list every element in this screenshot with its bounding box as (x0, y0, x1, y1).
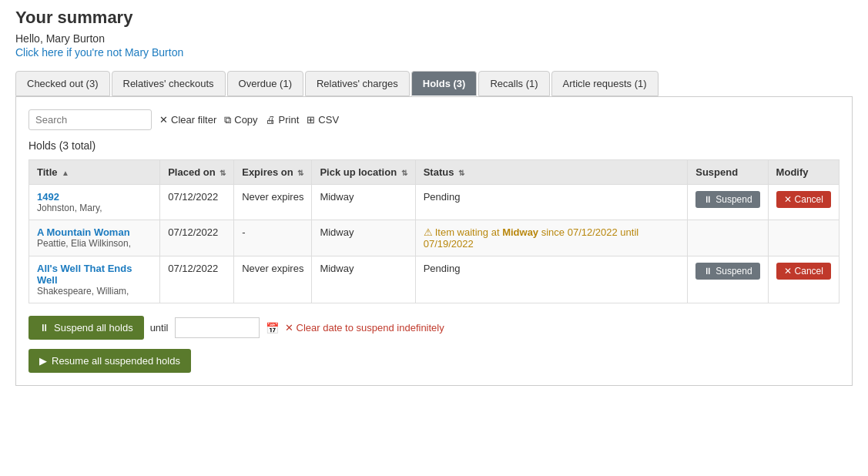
cell-modify: ✕ Cancel (768, 185, 839, 220)
cell-status: ⚠Item waiting at Midway since 07/12/2022… (415, 220, 688, 256)
sort-icon-expires: ⇅ (297, 169, 303, 177)
suspend-all-icon: ⏸ (39, 322, 49, 334)
col-modify: Modify (768, 160, 839, 185)
col-pickup-location: Pick up location ⇅ (312, 160, 415, 185)
bottom-actions: ⏸ Suspend all holds until 📅 ✕ Clear date… (28, 316, 840, 373)
cell-title: All's Well That Ends WellShakespeare, Wi… (29, 256, 160, 303)
col-status: Status ⇅ (415, 160, 688, 185)
cell-expires-on: Never expires (234, 185, 312, 220)
tab-overdue[interactable]: Overdue (1) (227, 71, 303, 96)
page-title: Your summary (15, 8, 853, 28)
suspend-icon: ⏸ (703, 266, 712, 277)
author-text: Peattie, Elia Wilkinson, (37, 238, 152, 249)
calendar-icon: 📅 (266, 322, 279, 334)
table-body: 1492Johnston, Mary,07/12/2022Never expir… (29, 185, 840, 303)
tab-checked-out[interactable]: Checked out (3) (15, 71, 110, 96)
cancel-icon: ✕ (784, 194, 792, 205)
suspend-all-button[interactable]: ⏸ Suspend all holds (28, 316, 144, 340)
col-suspend: Suspend (688, 160, 768, 185)
cell-pickup-location: Midway (312, 256, 415, 303)
clear-filter-icon: ✕ (159, 114, 168, 126)
cell-status: Pending (415, 256, 688, 303)
table-row: 1492Johnston, Mary,07/12/2022Never expir… (29, 185, 840, 220)
cell-title: A Mountain WomanPeattie, Elia Wilkinson, (29, 220, 160, 256)
cell-expires-on: Never expires (234, 256, 312, 303)
clear-date-icon: ✕ (285, 322, 293, 334)
cell-suspend (688, 220, 768, 256)
tab-relatives-checkouts[interactable]: Relatives' checkouts (112, 71, 226, 96)
cell-suspend: ⏸ Suspend (688, 256, 768, 303)
copy-icon: ⧉ (224, 114, 231, 126)
print-icon: 🖨 (266, 114, 276, 126)
clear-date-link[interactable]: ✕ Clear date to suspend indefinitely (285, 322, 444, 334)
title-link[interactable]: 1492 (37, 191, 59, 203)
copy-button[interactable]: ⧉ Copy (224, 114, 257, 126)
sort-icon-status: ⇅ (458, 169, 464, 177)
cancel-button[interactable]: ✕ Cancel (776, 263, 831, 280)
cell-pickup-location: Midway (312, 220, 415, 256)
cell-placed-on: 07/12/2022 (160, 220, 234, 256)
cell-suspend: ⏸ Suspend (688, 185, 768, 220)
csv-icon: ⊞ (307, 114, 315, 126)
cell-placed-on: 07/12/2022 (160, 256, 234, 303)
table-row: A Mountain WomanPeattie, Elia Wilkinson,… (29, 220, 840, 256)
cell-placed-on: 07/12/2022 (160, 185, 234, 220)
cancel-button[interactable]: ✕ Cancel (776, 191, 831, 208)
cell-pickup-location: Midway (312, 185, 415, 220)
suspend-icon: ⏸ (703, 194, 712, 205)
cell-status: Pending (415, 185, 688, 220)
toolbar: ✕ Clear filter ⧉ Copy 🖨 Print ⊞ CSV (28, 109, 840, 130)
col-title: Title ▲ (29, 160, 160, 185)
tabs-container: Checked out (3)Relatives' checkoutsOverd… (15, 71, 853, 96)
holds-table: Title ▲ Placed on ⇅ Expires on ⇅ Pick up… (28, 159, 840, 303)
resume-all-row: ▶ Resume all suspended holds (28, 349, 840, 373)
suspend-all-row: ⏸ Suspend all holds until 📅 ✕ Clear date… (28, 316, 840, 340)
cancel-icon: ✕ (784, 266, 792, 277)
suspend-button[interactable]: ⏸ Suspend (695, 263, 759, 280)
suspend-button[interactable]: ⏸ Suspend (695, 191, 759, 208)
tab-holds[interactable]: Holds (3) (411, 71, 478, 96)
table-header-row: Title ▲ Placed on ⇅ Expires on ⇅ Pick up… (29, 160, 840, 185)
tab-recalls[interactable]: Recalls (1) (478, 71, 549, 96)
search-input[interactable] (28, 109, 152, 130)
author-text: Johnston, Mary, (37, 203, 152, 213)
col-placed-on: Placed on ⇅ (160, 160, 234, 185)
tab-article-requests[interactable]: Article requests (1) (551, 71, 659, 96)
tab-relatives-charges[interactable]: Relatives' charges (305, 71, 410, 96)
author-text: Shakespeare, William, (37, 286, 152, 297)
not-you-link[interactable]: Click here if you're not Mary Burton (15, 46, 183, 59)
cell-title: 1492Johnston, Mary, (29, 185, 160, 220)
cell-modify (768, 220, 839, 256)
table-header: Title ▲ Placed on ⇅ Expires on ⇅ Pick up… (29, 160, 840, 185)
table-row: All's Well That Ends WellShakespeare, Wi… (29, 256, 840, 303)
cell-modify: ✕ Cancel (768, 256, 839, 303)
resume-all-icon: ▶ (39, 355, 47, 367)
panel-subtitle: Holds (3 total) (28, 139, 840, 152)
csv-button[interactable]: ⊞ CSV (307, 114, 339, 126)
title-link[interactable]: A Mountain Woman (37, 226, 130, 238)
sort-icon-title: ▲ (62, 169, 69, 177)
warning-icon: ⚠ (424, 226, 433, 238)
until-label: until (150, 322, 169, 334)
sort-icon-pickup: ⇅ (401, 169, 407, 177)
suspend-until-date-input[interactable] (175, 317, 260, 338)
holds-panel: ✕ Clear filter ⧉ Copy 🖨 Print ⊞ CSV Hold… (15, 96, 853, 386)
clear-filter-button[interactable]: ✕ Clear filter (159, 114, 216, 126)
col-expires-on: Expires on ⇅ (234, 160, 312, 185)
greeting: Hello, Mary Burton (15, 32, 853, 45)
title-link[interactable]: All's Well That Ends Well (37, 263, 132, 286)
sort-icon-placed: ⇅ (220, 169, 226, 177)
status-waiting: ⚠Item waiting at Midway since 07/12/2022… (424, 226, 639, 250)
print-button[interactable]: 🖨 Print (266, 114, 300, 126)
cell-expires-on: - (234, 220, 312, 256)
resume-all-button[interactable]: ▶ Resume all suspended holds (28, 349, 191, 373)
